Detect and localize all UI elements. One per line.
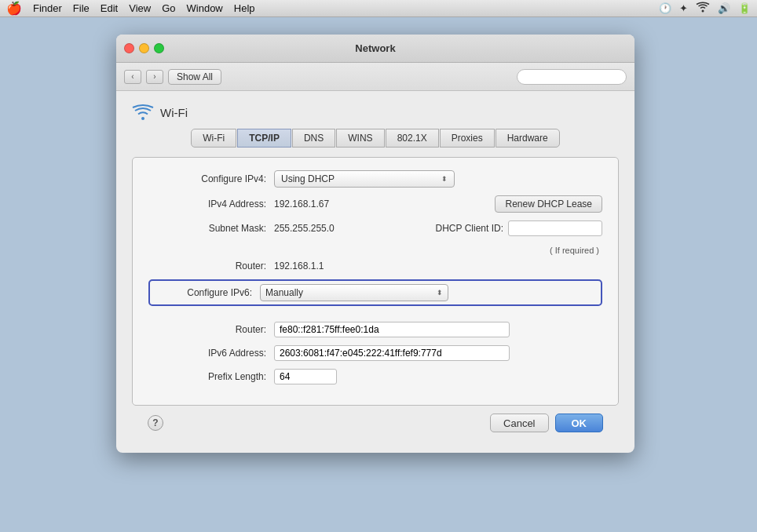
wifi-label: Wi-Fi — [160, 106, 188, 119]
volume-icon: 🔊 — [718, 2, 730, 14]
window-toolbar: ‹ › Show All — [116, 63, 634, 91]
network-window: Network ‹ › Show All Wi-Fi Wi-Fi TCP/IP — [116, 35, 634, 453]
tab-8021x[interactable]: 802.1X — [386, 129, 439, 148]
prefix-length-input[interactable] — [274, 369, 337, 384]
configure-ipv6-dropdown[interactable]: Manually ⬍ — [260, 284, 448, 301]
close-button[interactable] — [124, 43, 134, 53]
menu-finder[interactable]: Finder — [33, 2, 62, 14]
subnet-mask-value: 255.255.255.0 — [274, 223, 436, 234]
forward-button[interactable]: › — [146, 70, 163, 84]
help-button[interactable]: ? — [148, 415, 163, 431]
router-row: Router: 192.168.1.1 — [148, 261, 602, 271]
clock-icon: 🕐 — [659, 2, 671, 14]
show-all-button[interactable]: Show All — [168, 69, 221, 85]
subnet-dhcp-row: Subnet Mask: 255.255.255.0 DHCP Client I… — [148, 220, 602, 236]
bluetooth-icon: ✦ — [679, 2, 688, 14]
ipv4-address-row: IPv4 Address: 192.168.1.67 Renew DHCP Le… — [148, 195, 602, 213]
configure-ipv4-label: Configure IPv4: — [148, 173, 274, 184]
configure-ipv4-value: Using DHCP — [281, 173, 335, 184]
ipv6-address-input[interactable] — [274, 345, 510, 361]
wifi-icon — [132, 104, 154, 121]
prefix-length-row: Prefix Length: — [148, 369, 602, 384]
svg-point-0 — [702, 10, 704, 13]
window-titlebar: Network — [116, 35, 634, 63]
tabs-row: Wi-Fi TCP/IP DNS WINS 802.1X Proxies Har… — [132, 129, 619, 148]
router-value: 192.168.1.1 — [274, 261, 324, 271]
configure-ipv4-dropdown[interactable]: Using DHCP ⬍ — [274, 170, 455, 188]
ipv6-dropdown-arrow-icon: ⬍ — [437, 289, 443, 297]
if-required-text: ( If required ) — [550, 246, 599, 255]
ipv6-address-row: IPv6 Address: — [148, 345, 602, 361]
window-content: Wi-Fi Wi-Fi TCP/IP DNS WINS 802.1X Proxi… — [116, 91, 634, 453]
ok-button[interactable]: OK — [555, 414, 604, 432]
menu-go[interactable]: Go — [162, 2, 175, 14]
window-title: Network — [355, 42, 395, 54]
battery-icon: 🔋 — [738, 2, 751, 14]
menubar: 🍎 Finder File Edit View Go Window Help 🕐… — [0, 0, 757, 17]
back-button[interactable]: ‹ — [124, 70, 141, 84]
renew-dhcp-button[interactable]: Renew DHCP Lease — [495, 195, 602, 213]
configure-ipv4-row: Configure IPv4: Using DHCP ⬍ — [148, 170, 602, 188]
menu-window[interactable]: Window — [187, 2, 223, 14]
configure-ipv6-value: Manually — [265, 287, 303, 298]
tab-dns[interactable]: DNS — [292, 129, 335, 148]
ipv4-address-value: 192.168.1.67 — [274, 199, 495, 210]
wifi-header: Wi-Fi — [132, 104, 619, 121]
traffic-lights — [124, 43, 164, 53]
tab-hardware[interactable]: Hardware — [496, 129, 560, 148]
dhcp-client-id-input[interactable] — [508, 220, 602, 236]
dhcp-client-id-label: DHCP Client ID: — [436, 223, 503, 234]
menubar-status-items: 🕐 ✦ 🔊 🔋 — [659, 2, 751, 15]
tab-proxies[interactable]: Proxies — [440, 129, 495, 148]
wifi-status-icon — [696, 2, 710, 15]
tcpip-panel: Configure IPv4: Using DHCP ⬍ IPv4 Addres… — [132, 157, 619, 406]
tab-tcpip[interactable]: TCP/IP — [237, 129, 291, 148]
ipv6-address-label: IPv6 Address: — [148, 348, 274, 359]
menu-edit[interactable]: Edit — [101, 2, 118, 14]
apple-menu[interactable]: 🍎 — [6, 1, 22, 16]
if-required-note: ( If required ) — [148, 244, 602, 256]
minimize-button[interactable] — [139, 43, 149, 53]
ipv4-address-label: IPv4 Address: — [148, 199, 274, 210]
ipv6-router-label: Router: — [148, 324, 274, 335]
tab-wins[interactable]: WINS — [336, 129, 384, 148]
tab-wifi[interactable]: Wi-Fi — [191, 129, 236, 148]
search-input[interactable] — [517, 69, 627, 85]
router-label: Router: — [148, 261, 274, 271]
dropdown-arrow-icon: ⬍ — [441, 175, 448, 183]
bottom-bar: ? Cancel OK — [132, 406, 619, 440]
menu-file[interactable]: File — [73, 2, 90, 14]
menu-view[interactable]: View — [129, 2, 151, 14]
ipv6-router-row: Router: — [148, 322, 602, 337]
menu-help[interactable]: Help — [234, 2, 255, 14]
maximize-button[interactable] — [154, 43, 164, 53]
ipv6-config-box: Configure IPv6: Manually ⬍ — [148, 279, 602, 306]
cancel-button[interactable]: Cancel — [490, 414, 548, 432]
configure-ipv6-label: Configure IPv6: — [158, 287, 260, 298]
svg-point-1 — [141, 117, 144, 120]
ipv6-router-input[interactable] — [274, 322, 510, 337]
bottom-buttons: Cancel OK — [490, 414, 603, 432]
prefix-length-label: Prefix Length: — [148, 371, 274, 382]
configure-ipv6-highlighted-row: Configure IPv6: Manually ⬍ — [148, 279, 602, 314]
subnet-mask-label: Subnet Mask: — [148, 223, 274, 234]
